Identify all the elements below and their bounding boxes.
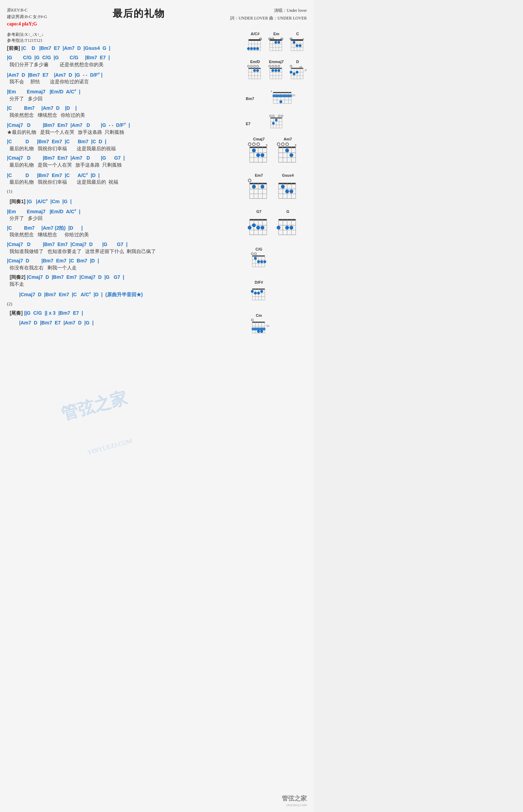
- chord-name-am7: Am7: [284, 137, 292, 141]
- chord-diagram-df#: D/F#: [246, 280, 272, 308]
- svg-point-212: [254, 253, 256, 255]
- section-chorus1-1: |Cmaj7 D |Bm7 Em7 |Am7 D |G - - D/F# | ★…: [7, 121, 242, 136]
- svg-point-43: [290, 38, 292, 40]
- svg-point-91: [293, 72, 296, 75]
- chord-name-df#: D/F#: [255, 280, 263, 284]
- svg-text:x: x: [271, 90, 272, 93]
- header: 原KEY:B-C 建议男调:B-C 女:F#-G capo:4 plaY;G 最…: [7, 7, 307, 28]
- svg-point-237: [251, 290, 253, 293]
- section-verse1-2: |Am7 D |Bm7 E7 |Am7 D |G - - D/F# | 我不会 …: [7, 71, 242, 85]
- chord-name-cmaj7: Cmaj7: [253, 137, 265, 141]
- chord-outro2: |Am7 D |Bm7 E7 |Am7 D |G |: [7, 320, 242, 327]
- chord-row-cmaj7-am7: Cmaj7 x: [246, 137, 307, 170]
- chord-name-d: D: [296, 60, 299, 64]
- svg-point-194: [248, 226, 251, 230]
- watermark: 管弦之家: [59, 386, 129, 426]
- section-mark1: (1): [7, 188, 242, 194]
- header-center: 最后的礼物: [47, 7, 230, 20]
- svg-point-140: [256, 153, 260, 157]
- chord-row-2: Em/D: [246, 60, 307, 85]
- chord-name-em7: Em7: [255, 173, 263, 177]
- chord-interlude2b: |Cmaj7 D |Bm7 Em7 |C A/C# |D | (原曲升半音回★): [7, 291, 242, 298]
- lyric-verse3-1: 分开了 多少回: [7, 215, 242, 222]
- svg-point-126: [252, 143, 255, 146]
- svg-point-144: [286, 143, 288, 146]
- svg-point-183: [289, 190, 293, 193]
- chord-row-em7-gsus4: Em7: [246, 173, 307, 207]
- svg-text:3fr: 3fr: [266, 324, 270, 328]
- svg-point-169: [252, 185, 256, 189]
- svg-point-41: [296, 44, 298, 47]
- chord-verse3-4: |Cmaj7 D |Bm7 Em7 |C Bm7 |D |: [7, 258, 242, 265]
- section-chorus1-2: |C D |Bm7 Em7 |C Bm7 |C D | 最后的礼物 我祝你们幸福…: [7, 138, 242, 152]
- svg-point-14: [259, 38, 262, 40]
- svg-text:x: x: [302, 37, 304, 40]
- lyric-verse3-4: 你没有在我左右 剩我一个人走: [7, 265, 242, 271]
- chord-name-bm7: Bm7: [246, 97, 258, 101]
- section-mark2: (2): [7, 301, 242, 307]
- chord-row-cg: C/G: [246, 247, 307, 275]
- mark1: (1): [7, 188, 242, 194]
- svg-point-11: [250, 47, 253, 50]
- svg-point-12: [253, 47, 256, 50]
- chord-verse3-3: |Cmaj7 D |Bm7 Em7 |Cmaj7 D |G G7 |: [7, 241, 242, 248]
- lyric-verse3-2: 我依然想念 继续想念 你给过的美: [7, 231, 242, 238]
- lyric-chorus1-1: ★最后的礼物 是我一个人在哭 放手这条路 只剩孤独: [7, 129, 242, 136]
- section-verse3-3: |Cmaj7 D |Bm7 Em7 |Cmaj7 D |G G7 | 我知道我做…: [7, 241, 242, 255]
- section-interlude1: [间奏1] |G |A/C# |Cm |G |: [7, 198, 242, 205]
- ref-strum: 参考刷法:X↑_↓X↑_↓ 参考指法:T121T121: [7, 32, 242, 44]
- lyric-chorus1-2: 最后的礼物 我祝你们幸福 这是我最后的祝福: [7, 145, 242, 152]
- chord-diagram-ac#: A/C#: [246, 32, 264, 57]
- chord-verse3-1: |Em Emmaj7 |Em/D A/C# |: [7, 208, 242, 215]
- lyric-verse2-1: 分开了 多少回: [7, 95, 242, 102]
- svg-point-143: [281, 143, 284, 146]
- lyric-chorus1-3: 最后的礼物 是我一个人在哭 放手这条路 只剩孤独: [7, 162, 242, 169]
- chord-outro: [尾奏] ||G C/G || x 3 |Bm7 E7 |: [7, 310, 242, 317]
- svg-point-59: [253, 69, 256, 72]
- section-verse3-2: |C Bm7 |Am7 (2拍) |D | 我依然想念 继续想念 你给过的美: [7, 225, 242, 238]
- svg-point-156: [285, 148, 289, 152]
- svg-point-157: [289, 153, 293, 157]
- svg-point-110: [272, 115, 274, 117]
- chord-name-cm: Cm: [256, 313, 262, 317]
- section-outro2: |Am7 D |Bm7 E7 |Am7 D |G |: [7, 320, 242, 327]
- section-verse1-1: |G C/G |G C/G |G C/G |Bm7 E7 | 我们分开了多少遍 …: [7, 54, 242, 68]
- svg-point-223: [254, 257, 257, 260]
- svg-point-224: [257, 260, 260, 263]
- svg-point-47: [253, 65, 256, 67]
- svg-point-238: [254, 292, 257, 294]
- svg-text:2fr: 2fr: [292, 94, 296, 97]
- chord-verse1-1: |G C/G |G C/G |G C/G |Bm7 E7 |: [7, 54, 242, 61]
- svg-point-92: [296, 71, 298, 74]
- svg-point-240: [260, 290, 263, 293]
- section-verse2-2: |C Bm7 |Am7 D |D | 我依然想念 继续想念 你给过的美: [7, 105, 242, 118]
- logo-text: 管弦之家: [282, 794, 307, 803]
- svg-point-141: [260, 153, 264, 157]
- lyric-verse1-1: 我们分开了多少遍 还是依然想念你的美: [7, 61, 242, 68]
- logo-url: yinyuezj.com: [282, 803, 307, 807]
- svg-point-124: [272, 122, 274, 124]
- section-outro: [尾奏] ||G C/G || x 3 |Bm7 E7 |: [7, 310, 242, 317]
- svg-text:xx: xx: [300, 65, 302, 68]
- svg-point-170: [260, 185, 264, 189]
- chord-row-df#: D/F#: [246, 280, 307, 308]
- lyric-verse1-2: 我不会 胆怯 这是你给过的诺言: [7, 78, 242, 85]
- capo-info: capo:4 plaY;G: [7, 20, 47, 28]
- section-chorus1-4: |C D |Bm7 Em7 |C A/C# |D | 最后的礼物 我祝你们幸福 …: [7, 171, 242, 186]
- mark2: (2): [7, 301, 242, 307]
- svg-point-112: [281, 115, 283, 117]
- chord-diagram-gsus4: Gsus4: [275, 173, 301, 207]
- svg-rect-252: [251, 328, 265, 330]
- chord-verse1-2: |Am7 D |Bm7 E7 |Am7 D |G - - D/F# |: [7, 71, 242, 78]
- chord-diagram-g7: G7: [246, 209, 272, 243]
- chord-diagram-cmaj7: Cmaj7 x: [246, 137, 272, 170]
- svg-point-48: [257, 65, 259, 67]
- chord-verse2-2: |C Bm7 |Am7 D |D |: [7, 105, 242, 112]
- chord-diagram-c: C: [288, 32, 307, 57]
- chord-row-e7: E7: [246, 114, 307, 133]
- chord-name-em: Em: [273, 32, 279, 36]
- lyric-chorus1-4: 最后的礼物 我祝你们幸福 这是我最后的 祝福: [7, 179, 242, 186]
- chord-interlude1: [间奏1] |G |A/C# |Cm |G |: [7, 198, 242, 205]
- chord-name-g7: G7: [256, 209, 262, 214]
- lyric-verse3-3: 我知道我做错了 也知道你要走了 这世界还留下什么 剩我自己疯了: [7, 248, 242, 255]
